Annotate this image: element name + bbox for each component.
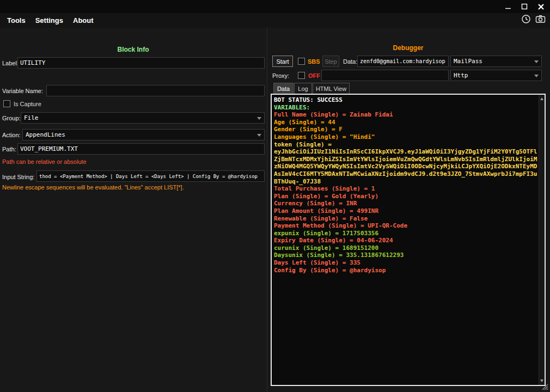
- log-line: token (Single) = eyJhbGciOiJIUzI1NiIsInR…: [274, 141, 537, 186]
- chevron-down-icon: [534, 60, 539, 63]
- log-line: Gender (Single) = F: [274, 126, 537, 133]
- log-line: Payment Method (Single) = UPI-QR-Code: [274, 222, 537, 230]
- minimize-icon: [505, 3, 511, 10]
- is-capture-label: Is Capture: [14, 101, 41, 107]
- proxy-input[interactable]: [321, 70, 449, 81]
- group-label: Group:: [2, 115, 21, 121]
- group-value: File: [24, 114, 39, 121]
- log-line: expunix (Single) = 1717503356: [274, 230, 537, 237]
- label-field-label: Label:: [2, 60, 19, 66]
- data-label: Data:: [343, 58, 357, 65]
- close-icon: [537, 3, 545, 10]
- log-line: VARIABLES:: [274, 104, 537, 112]
- action-label: Action:: [2, 132, 21, 138]
- is-capture-checkbox[interactable]: [3, 100, 10, 107]
- proxy-checkbox[interactable]: [298, 72, 305, 79]
- sbs-label: SBS: [308, 58, 320, 65]
- sbs-checkbox[interactable]: [298, 58, 305, 65]
- action-value: AppendLines: [26, 131, 65, 138]
- wordlist-type-value: MailPass: [454, 58, 482, 65]
- proxy-type-value: Http: [454, 72, 468, 79]
- input-string-input[interactable]: [36, 170, 265, 182]
- debugger-title: Debugger: [271, 44, 546, 52]
- log-scrollbar[interactable]: [539, 95, 545, 385]
- data-input[interactable]: [357, 56, 449, 67]
- proxy-status: OFF: [308, 72, 320, 79]
- input-string-label: Input String:: [2, 174, 34, 180]
- log-line: Daysunix (Single) = 335.131867612293: [274, 252, 537, 259]
- clock-icon[interactable]: [521, 14, 531, 24]
- action-dropdown[interactable]: AppendLines: [22, 129, 265, 140]
- group-dropdown[interactable]: File: [21, 112, 265, 124]
- start-button[interactable]: Start: [272, 56, 293, 67]
- tab-html-view[interactable]: HTML View: [313, 83, 350, 94]
- scroll-up-icon[interactable]: [540, 97, 543, 100]
- log-line: Days Left (Single) = 335: [274, 259, 537, 267]
- path-label: Path:: [2, 146, 16, 152]
- panel-divider: [267, 28, 267, 392]
- log-line: Full Name (Single) = Zainab Fidai: [274, 111, 537, 119]
- close-button[interactable]: [535, 2, 547, 11]
- log-line: Plan (Single) = Gold (Yearly): [274, 193, 537, 200]
- path-hint: Path can be relative or absolute: [2, 158, 87, 165]
- minimize-button[interactable]: [503, 2, 514, 11]
- block-info-title: Block Info: [0, 46, 266, 53]
- menu-about[interactable]: About: [68, 14, 99, 27]
- path-input[interactable]: [17, 143, 265, 155]
- tab-log[interactable]: Log: [294, 83, 312, 94]
- menubar-icons: [521, 14, 546, 24]
- step-button[interactable]: Step: [322, 56, 339, 67]
- input-string-hint: Newline escape sequences will be evaluat…: [2, 184, 184, 191]
- proxy-type-dropdown[interactable]: Http: [450, 70, 542, 81]
- maximize-icon: [521, 3, 528, 10]
- scroll-down-icon[interactable]: [540, 379, 543, 382]
- menu-settings[interactable]: Settings: [30, 14, 68, 27]
- variable-name-input[interactable]: [46, 85, 265, 96]
- log-line: Renewable (Single) = False: [274, 215, 537, 223]
- variable-name-label: Variable Name:: [2, 88, 43, 94]
- log-line: Currency (Single) = INR: [274, 200, 537, 207]
- window-controls: [503, 0, 547, 13]
- log-line: Total Purchases (Single) = 1: [274, 185, 537, 193]
- chevron-down-icon: [257, 134, 261, 137]
- log-line: Config By (Single) = @hardyisop: [274, 267, 537, 274]
- chevron-down-icon: [534, 75, 539, 77]
- label-input[interactable]: [17, 57, 265, 69]
- maximize-button[interactable]: [519, 2, 530, 11]
- log-line: curunix (Single) = 1689151200: [274, 244, 537, 252]
- log-line: Expiry Date (Single) = 04-06-2024: [274, 237, 537, 244]
- proxy-label: Proxy:: [272, 72, 289, 79]
- title-bar: [0, 0, 550, 13]
- debugger-log-box: BOT STATUS: SUCCESSVARIABLES:Full Name (…: [271, 94, 546, 386]
- log-line: Plan Amount (Single) = 499INR: [274, 207, 537, 215]
- chevron-down-icon: [257, 117, 261, 120]
- tab-data[interactable]: Data: [273, 83, 294, 94]
- resize-grip-icon[interactable]: [542, 384, 548, 390]
- menu-bar: Tools Settings About: [0, 13, 550, 28]
- menu-tools[interactable]: Tools: [2, 14, 30, 27]
- log-line: BOT STATUS: SUCCESS: [274, 96, 537, 104]
- log-line: Age (Single) = 44: [274, 119, 537, 126]
- wordlist-type-dropdown[interactable]: MailPass: [450, 56, 542, 67]
- debugger-log[interactable]: BOT STATUS: SUCCESSVARIABLES:Full Name (…: [272, 95, 539, 385]
- camera-icon[interactable]: [535, 14, 546, 24]
- log-line: Languages (Single) = "Hindi": [274, 133, 537, 141]
